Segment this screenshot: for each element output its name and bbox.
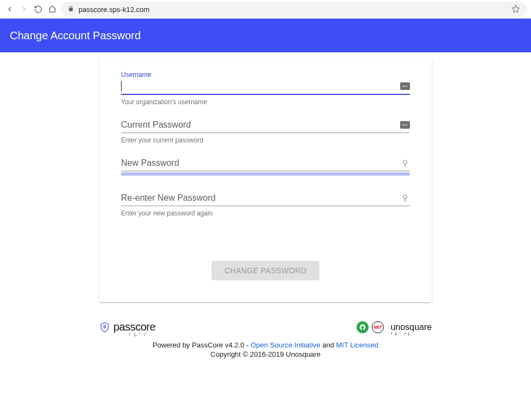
bookmark-star-icon[interactable] xyxy=(511,4,520,15)
footer-mid: and xyxy=(321,341,336,349)
mit-badge-icon: MIT xyxy=(372,321,384,333)
osi-badge-icon xyxy=(357,321,369,333)
mit-link[interactable]: MIT Licensed xyxy=(336,341,378,349)
address-bar[interactable]: passcore.sps-k12.com xyxy=(61,2,527,17)
lock-icon xyxy=(68,5,74,14)
svg-point-0 xyxy=(403,160,407,164)
svg-point-1 xyxy=(403,195,407,199)
text-caret xyxy=(121,81,122,91)
confirm-password-placeholder: Re-enter New Password xyxy=(121,193,400,203)
browser-toolbar: passcore.sps-k12.com xyxy=(0,0,531,19)
footer-line-2: Copyright © 2016-2019 Unosquare xyxy=(99,350,432,358)
new-password-placeholder: New Password xyxy=(121,158,400,168)
new-password-input[interactable]: New Password xyxy=(121,155,410,171)
current-password-field: Current Password ••• Enter your current … xyxy=(121,117,410,144)
username-helper: Your organization's username xyxy=(121,98,410,106)
forward-button[interactable] xyxy=(19,4,29,15)
password-card: Username ••• Your organization's usernam… xyxy=(99,59,432,302)
keyboard-icon[interactable]: ••• xyxy=(400,82,410,90)
page-body: Username ••• Your organization's usernam… xyxy=(0,52,531,358)
new-password-field: New Password xyxy=(121,155,410,176)
password-strength-bar xyxy=(121,172,410,176)
unosquare-brand-text: unosquare⠃⠗⠁⠊⠇ xyxy=(390,322,432,332)
current-password-placeholder: Current Password xyxy=(121,120,400,130)
username-input[interactable]: ••• xyxy=(121,79,410,95)
username-label: Username xyxy=(121,71,410,79)
page-title: Change Account Password xyxy=(10,29,141,42)
current-password-input[interactable]: Current Password ••• xyxy=(121,117,410,133)
bulb-icon[interactable] xyxy=(400,193,410,203)
bulb-icon[interactable] xyxy=(400,158,410,168)
url-text: passcore.sps-k12.com xyxy=(79,5,149,14)
footer-line-1: Powered by PassCore v4.2.0 - Open Source… xyxy=(99,341,432,349)
home-button[interactable] xyxy=(47,4,58,15)
back-button[interactable] xyxy=(4,4,15,15)
change-password-button[interactable]: Change Password xyxy=(212,261,319,280)
confirm-password-field: Re-enter New Password Enter your new pas… xyxy=(121,190,410,217)
passcore-logo: passcore⠃⠗⠁⠊ xyxy=(99,321,155,333)
svg-point-2 xyxy=(104,325,106,327)
osi-link[interactable]: Open Source Initiative xyxy=(251,341,321,349)
footer-prefix: Powered by PassCore v4.2.0 - xyxy=(153,341,251,349)
current-password-helper: Enter your current password xyxy=(121,136,410,144)
confirm-password-input[interactable]: Re-enter New Password xyxy=(121,190,410,206)
reload-button[interactable] xyxy=(33,4,44,15)
keyboard-icon[interactable]: ••• xyxy=(400,121,410,129)
app-header: Change Account Password xyxy=(0,19,531,52)
username-field: Username ••• Your organization's usernam… xyxy=(121,71,410,106)
shield-icon xyxy=(99,321,110,333)
passcore-brand-text: passcore⠃⠗⠁⠊ xyxy=(113,321,155,333)
footer: passcore⠃⠗⠁⠊ MIT unosquare⠃⠗⠁⠊⠇ Powered … xyxy=(99,321,432,358)
confirm-password-helper: Enter your new password again xyxy=(121,209,410,217)
